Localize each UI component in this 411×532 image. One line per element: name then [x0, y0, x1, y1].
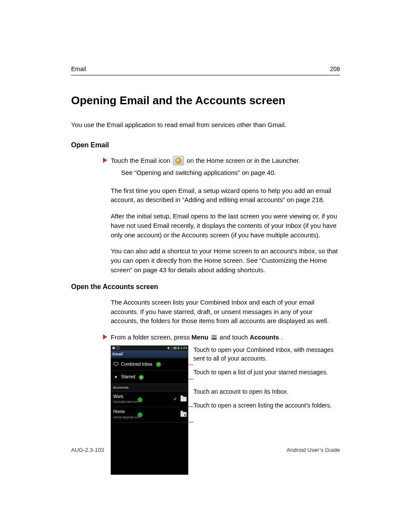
step-text-mid: and touch	[220, 333, 248, 342]
starred-label: Starred	[121, 374, 135, 380]
accounts-label: Accounts	[249, 333, 279, 342]
section-heading-open-email: Open Email	[71, 140, 340, 150]
email-app-icon	[173, 156, 184, 165]
paragraph: You can also add a shortcut to your Home…	[111, 246, 340, 274]
battery-icon: ▮	[177, 345, 179, 351]
network-icon: ¦¦	[171, 345, 172, 351]
combined-inbox-label: Combined Inbox	[121, 361, 153, 368]
step-text-end: .	[281, 333, 283, 342]
header-page-number: 208	[330, 65, 340, 73]
callout-account-folders: Touch to open a screen listing the accou…	[193, 401, 340, 410]
combined-inbox-icon	[113, 362, 118, 367]
notification-icon: ▢	[116, 345, 120, 351]
folder-icon[interactable]	[181, 397, 187, 401]
callout-account-inbox: Touch an account to open its Inbox.	[193, 387, 340, 396]
step-text-post: on the Home screen or in the Launcher.	[187, 156, 300, 165]
step-marker-icon	[103, 158, 107, 163]
account-row-work[interactable]: Work hbriss@cmail.com ✓	[111, 392, 188, 408]
running-header: Email 208	[71, 65, 340, 75]
step-text-pre: From a folder screen, press	[111, 333, 190, 342]
figure: ▣ ▢ ◈ ¦¦ ▮▮ ▮ 1:23 Email	[111, 345, 340, 475]
step-marker-icon	[103, 334, 107, 339]
header-section: Email	[71, 65, 86, 73]
signal-icon: ▮▮	[173, 345, 177, 351]
app-titlebar: Email	[111, 351, 188, 358]
page-title: Opening Email and the Accounts screen	[71, 93, 340, 109]
paragraph: After the initial setup, Email opens to …	[111, 212, 340, 240]
step-reference: See “Opening and switching applications”…	[121, 168, 340, 177]
unread-badge: 7	[156, 362, 161, 367]
status-bar: ▣ ▢ ◈ ¦¦ ▮▮ ▮ 1:23	[111, 345, 188, 351]
folder-icon[interactable]	[181, 412, 187, 417]
notification-icon: ▣	[112, 345, 115, 351]
callout-combined-inbox: Touch to open your Combined Inbox, with …	[193, 345, 340, 363]
phone-screenshot: ▣ ▢ ◈ ¦¦ ▮▮ ▮ 1:23 Email	[111, 345, 188, 475]
footer-left: AUG-2.3-103	[71, 446, 104, 454]
combined-inbox-row[interactable]: Combined Inbox 7	[111, 358, 188, 371]
accounts-section-label: Accounts	[111, 384, 188, 392]
step-open-email: Touch the Email icon on the Home screen …	[111, 156, 340, 184]
section-heading-open-accounts: Open the Accounts screen	[71, 282, 340, 292]
footer-right: Android User’s Guide	[286, 446, 340, 454]
unread-badge	[137, 397, 143, 402]
default-check-icon: ✓	[173, 396, 177, 403]
account-name: Home	[113, 409, 186, 415]
intro-paragraph: You use the Email application to read em…	[71, 120, 340, 130]
callout-starred: Touch to open a list of just your starre…	[193, 368, 340, 376]
account-address: hbriss1@gmail.com	[113, 415, 186, 420]
menu-icon	[212, 335, 217, 339]
page-footer: AUG-2.3-103 Android User’s Guide	[71, 446, 340, 454]
status-time: 1:23	[180, 345, 187, 351]
paragraph: The Accounts screen lists your Combined …	[111, 298, 340, 326]
paragraph: The first time you open Email, a setup w…	[111, 186, 340, 205]
sync-icon: ◈	[167, 345, 170, 351]
step-open-accounts: From a folder screen, press Menu and tou…	[111, 333, 340, 342]
unread-badge: 8	[139, 375, 144, 380]
step-text-pre: Touch the Email icon	[111, 156, 170, 165]
callouts: Touch to open your Combined Inbox, with …	[188, 345, 340, 415]
star-icon: ★	[113, 375, 118, 380]
menu-label: Menu	[191, 333, 208, 342]
starred-row[interactable]: ★ Starred 8	[111, 371, 188, 384]
page: Email 208 Opening Email and the Accounts…	[0, 0, 411, 532]
account-row-home[interactable]: Home hbriss1@gmail.com	[111, 407, 188, 423]
